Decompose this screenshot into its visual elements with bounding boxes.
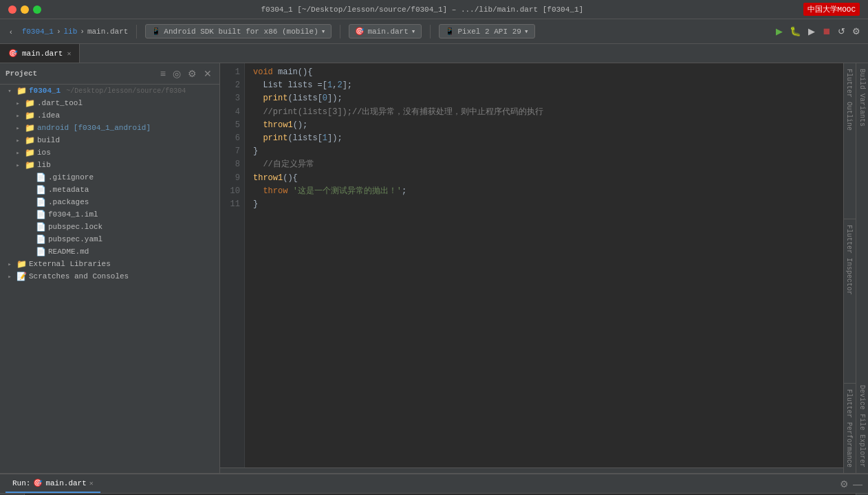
- right-side-panel: Build Variants Device File Explorer: [856, 63, 868, 473]
- code-line-4: //print(lists[3]);//出现异常，没有捕获处理，则中止程序代码的…: [253, 106, 835, 119]
- tree-item-pubspec-yaml[interactable]: ▸ 📄 pubspec.yaml: [0, 233, 219, 245]
- file-icon-pubspec-lock: 📄: [36, 222, 45, 232]
- tree-item-build[interactable]: ▸ 📁 build: [0, 134, 219, 146]
- tree-item-gitignore[interactable]: ▸ 📄 .gitignore: [0, 171, 219, 184]
- run-icon: 🎯: [33, 478, 43, 487]
- tree-label-android: android [f0304_1_android]: [37, 124, 151, 132]
- tree-item-metadata[interactable]: ▸ 📄 .metadata: [0, 184, 219, 196]
- expand-arrow-idea: ▸: [14, 111, 22, 120]
- toolbar-separator: [136, 25, 137, 38]
- coverage-button[interactable]: ▶: [806, 24, 817, 38]
- folder-icon-ios: 📁: [25, 148, 34, 157]
- tree-item-lib[interactable]: ▸ 📁 lib: [0, 159, 219, 171]
- stop-button[interactable]: ⏹: [820, 24, 833, 38]
- device-selector-label: Android SDK built for x86 (mobile): [164, 28, 318, 36]
- run-tab[interactable]: Run: 🎯 main.dart ✕: [6, 474, 100, 493]
- tree-label-ios: ios: [37, 148, 51, 157]
- tree-label-external-libs: External Libraries: [29, 260, 111, 268]
- run-config-label: main.dart: [367, 28, 408, 36]
- horizontal-scrollbar[interactable]: [220, 468, 843, 473]
- tree-label-f0304: f0304_1: [29, 87, 61, 95]
- breadcrumb: f0304_1 › lib › main.dart: [22, 28, 129, 36]
- maximize-window-button[interactable]: [33, 6, 41, 14]
- file-icon-packages: 📄: [36, 197, 45, 207]
- bottom-tab-bar: Run: 🎯 main.dart ✕ ⚙ —: [0, 474, 868, 494]
- tree-item-f0304[interactable]: ▾ 📁 f0304_1 ~/Desktop/lesson/source/f030…: [0, 85, 219, 97]
- tree-item-packages[interactable]: ▸ 📄 .packages: [0, 196, 219, 208]
- tree-item-external-libs[interactable]: ▸ 📁 External Libraries: [0, 258, 219, 270]
- back-button[interactable]: ‹: [6, 25, 17, 38]
- tree-label-pubspec-yaml: pubspec.yaml: [48, 235, 102, 243]
- minimize-run-button[interactable]: —: [853, 478, 862, 490]
- mooc-logo: 中国大学MOOC: [803, 3, 860, 16]
- minimize-window-button[interactable]: [21, 6, 29, 14]
- title-bar: f0304_1 [~/Desktop/lesson/source/f0304_1…: [0, 0, 868, 19]
- tree-item-readme[interactable]: ▸ 📄 README.md: [0, 245, 219, 258]
- collapse-all-button[interactable]: ≡: [158, 67, 168, 80]
- build-variants-label[interactable]: Build Variants: [856, 63, 868, 132]
- tab-close-button[interactable]: ✕: [67, 50, 71, 58]
- settings-run-button[interactable]: ⚙: [840, 478, 849, 490]
- tree-item-dart-tool[interactable]: ▸ 📁 .dart_tool: [0, 97, 219, 109]
- settings-button[interactable]: ⚙: [850, 24, 862, 38]
- folder-icon-external-libs: 📁: [17, 259, 26, 269]
- tree-item-ios[interactable]: ▸ 📁 ios: [0, 146, 219, 159]
- breadcrumb-project[interactable]: f0304_1: [22, 28, 54, 36]
- tree-item-scratches[interactable]: ▸ 📝 Scratches and Consoles: [0, 270, 219, 283]
- run-tab-close[interactable]: ✕: [89, 479, 94, 487]
- dart-file-icon: 🎯: [8, 49, 18, 58]
- device-file-explorer-label[interactable]: Device File Explorer: [856, 380, 868, 473]
- editor-content: 123456 7891011 void main(){ List lists =…: [220, 63, 843, 468]
- window-title: f0304_1 [~/Desktop/lesson/source/f0304_1…: [41, 6, 803, 14]
- tree-item-android[interactable]: ▸ 📁 android [f0304_1_android]: [0, 122, 219, 134]
- bottom-panel: Run: 🎯 main.dart ✕ ⚙ — ■ ⊞ 🔥 ↺ ⟳ ↑ ↓ ≡ |…: [0, 473, 868, 495]
- main-layout: Project ≡ ◎ ⚙ ✕ ▾ 📁 f0304_1 ~/Desktop/le…: [0, 63, 868, 473]
- run-config-selector[interactable]: 🎯 main.dart ▾: [349, 24, 422, 38]
- toolbar-separator-2: [340, 25, 340, 38]
- tree-item-idea[interactable]: ▸ 📁 .idea: [0, 109, 219, 122]
- sidebar-title: Project: [6, 69, 37, 78]
- code-editor[interactable]: void main(){ List lists =[1,2]; print(li…: [245, 63, 843, 468]
- bottom-tab-actions: ⚙ —: [840, 478, 862, 490]
- code-line-9: throw1(){: [253, 172, 835, 185]
- flutter-performance-label[interactable]: Flutter Performance: [844, 384, 856, 473]
- tree-label-build: build: [37, 136, 60, 144]
- flutter-inspector-label[interactable]: Flutter Inspector: [844, 219, 856, 300]
- editor-area: 123456 7891011 void main(){ List lists =…: [220, 63, 843, 473]
- file-icon-iml: 📄: [36, 210, 45, 219]
- tree-item-pubspec-lock[interactable]: ▸ 📄 pubspec.lock: [0, 221, 219, 233]
- chevron-down-icon: ▾: [321, 27, 326, 36]
- folder-icon-build: 📁: [25, 135, 34, 145]
- debug-button[interactable]: 🐛: [788, 24, 803, 38]
- reload-button[interactable]: ↺: [836, 24, 847, 38]
- code-line-2: List lists =[1,2];: [253, 79, 835, 92]
- tree-label-idea: .idea: [37, 111, 60, 120]
- target-device-selector[interactable]: 📱 Pixel 2 API 29 ▾: [439, 24, 534, 38]
- tree-label-dart-tool: .dart_tool: [37, 99, 83, 107]
- code-line-8: //自定义异常: [253, 158, 835, 171]
- file-icon-metadata: 📄: [36, 185, 45, 195]
- breadcrumb-file[interactable]: main.dart: [87, 28, 128, 36]
- code-line-3: print(lists[0]);: [253, 92, 835, 105]
- locate-button[interactable]: ◎: [171, 67, 183, 80]
- folder-icon: 📁: [17, 86, 26, 96]
- tree-item-iml[interactable]: ▸ 📄 f0304_1.iml: [0, 208, 219, 221]
- file-icon-pubspec-yaml: 📄: [36, 234, 45, 244]
- tree-label-lib: lib: [37, 161, 51, 169]
- close-sidebar-button[interactable]: ✕: [202, 67, 214, 80]
- close-window-button[interactable]: [8, 6, 17, 14]
- breadcrumb-lib[interactable]: lib: [64, 28, 78, 36]
- device-selector[interactable]: 📱 Android SDK built for x86 (mobile) ▾: [145, 24, 332, 38]
- settings-sidebar-button[interactable]: ⚙: [186, 67, 199, 80]
- flutter-outline-label[interactable]: Flutter Outline: [844, 63, 856, 136]
- tree-label-packages: .packages: [48, 198, 89, 206]
- file-icon-readme: 📄: [36, 247, 45, 256]
- code-line-7: }: [253, 145, 835, 158]
- folder-icon-android: 📁: [25, 123, 34, 133]
- code-line-1: void main(){: [253, 66, 835, 79]
- tree-label-readme: README.md: [48, 248, 89, 256]
- run-button[interactable]: ▶: [774, 24, 785, 38]
- tab-main-dart[interactable]: 🎯 main.dart ✕: [0, 44, 80, 63]
- tree-label-iml: f0304_1.iml: [48, 210, 98, 219]
- run-filename: main.dart: [45, 479, 86, 487]
